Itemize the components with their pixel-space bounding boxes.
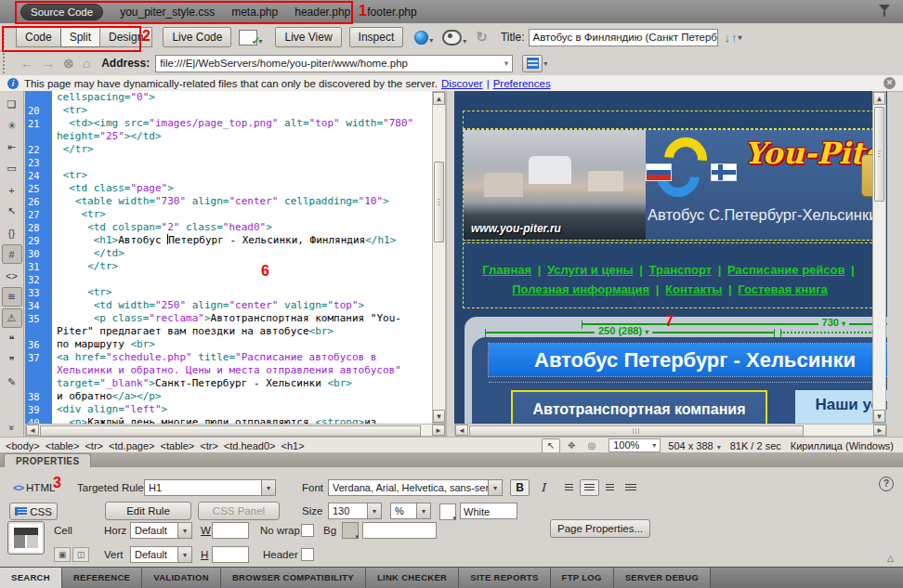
site-nav-link[interactable]: Услуги и цены bbox=[547, 263, 634, 277]
code-navigator-icon[interactable]: ✳ bbox=[2, 116, 22, 136]
format-source-icon[interactable]: ✎ bbox=[2, 372, 22, 392]
tag-selector-item[interactable]: <body> bbox=[6, 440, 40, 451]
cell-width-input[interactable] bbox=[212, 522, 249, 539]
split-cell-icon[interactable]: ◫ bbox=[72, 547, 89, 562]
cell-height-input[interactable] bbox=[212, 546, 249, 563]
html-mode-button[interactable]: <> HTML bbox=[13, 482, 55, 493]
bg-color-input[interactable] bbox=[362, 522, 437, 539]
file-management-icon[interactable]: ↓ ↑ ▾ bbox=[724, 31, 741, 45]
results-tab-ftp-log[interactable]: FTP LOG bbox=[551, 568, 614, 588]
design-scroll-thumb[interactable] bbox=[874, 107, 884, 202]
tag-selector-item[interactable]: <h1> bbox=[281, 440, 305, 451]
site-nav-link[interactable]: Полезная информация bbox=[512, 282, 649, 296]
stop-icon[interactable]: ⊗ bbox=[63, 56, 74, 71]
column-width-bar-250[interactable]: 250 (288) ▾ bbox=[485, 332, 775, 333]
css-mode-button[interactable]: CSS bbox=[9, 503, 58, 520]
results-tab-reference[interactable]: REFERENCE bbox=[62, 568, 142, 588]
tag-selector-item[interactable]: <table> bbox=[161, 440, 195, 451]
help-icon[interactable]: ? bbox=[879, 477, 894, 491]
site-page-title[interactable]: Автобус Петербург - Хельсинки bbox=[489, 344, 887, 376]
design-table-top-row[interactable] bbox=[463, 111, 879, 129]
preview-in-browser-icon[interactable]: ▾ bbox=[414, 31, 433, 45]
site-page-body[interactable]: 730 ▾ 250 (288) ▾ Авто bbox=[465, 317, 887, 424]
select-parent-tag-icon[interactable]: ↖ bbox=[2, 202, 22, 221]
no-wrap-checkbox[interactable] bbox=[301, 524, 314, 537]
scroll-left-icon[interactable]: ◄ bbox=[26, 425, 39, 436]
header-checkbox[interactable] bbox=[301, 548, 314, 561]
site-banner[interactable]: www.you-piter.ru You-Piter Автобус С.Пет… bbox=[463, 129, 879, 241]
tag-selector-item[interactable]: <table> bbox=[46, 440, 80, 451]
align-justify-button[interactable] bbox=[621, 479, 640, 496]
code-vertical-scrollbar[interactable]: ▲ ▼ bbox=[432, 91, 446, 424]
code-view-button[interactable]: Code bbox=[16, 27, 61, 47]
align-center-button[interactable] bbox=[580, 479, 599, 496]
related-file-tab[interactable]: meta.php bbox=[231, 6, 278, 19]
discover-link[interactable]: Discover bbox=[441, 78, 483, 89]
related-file-tab[interactable]: header.php bbox=[294, 6, 350, 19]
zoom-tool-icon[interactable]: ◎ bbox=[582, 438, 601, 453]
size-dropdown[interactable]: 130 ▾ bbox=[328, 503, 382, 519]
design-horizontal-scrollbar[interactable]: ◄ ► bbox=[454, 424, 887, 437]
properties-tab[interactable]: PROPERTIES bbox=[4, 453, 91, 468]
home-icon[interactable]: ⌂ bbox=[83, 56, 90, 71]
check-browser-compatibility-icon[interactable]: ✓ ▾ bbox=[239, 30, 262, 46]
results-tab-server-debug[interactable]: SERVER DEBUG bbox=[614, 568, 711, 588]
source-code-tab[interactable]: Source Code bbox=[20, 4, 103, 20]
live-view-button[interactable]: Live View bbox=[275, 27, 341, 47]
navbar-grip[interactable] bbox=[3, 53, 9, 73]
results-tab-browser-compatibility[interactable]: BROWSER COMPATIBILITY bbox=[221, 568, 366, 588]
syntax-error-alerts-icon[interactable]: ⚠ bbox=[2, 308, 22, 328]
address-input[interactable]: file:///E|/WebServers/home/you-piter/www… bbox=[155, 55, 513, 72]
filter-icon[interactable] bbox=[879, 5, 892, 18]
table-width-label-730[interactable]: 730 ▾ bbox=[818, 317, 849, 328]
results-tab-site-reports[interactable]: SITE REPORTS bbox=[459, 568, 550, 588]
text-color-swatch[interactable] bbox=[439, 503, 456, 520]
back-icon[interactable]: ← bbox=[20, 56, 33, 71]
visual-aids-icon[interactable]: ▾ bbox=[442, 30, 466, 46]
document-title-input[interactable]: Автобус в Финляндию (Санкт Петербург - Х… bbox=[529, 29, 718, 46]
open-documents-icon[interactable]: ❏ bbox=[2, 95, 22, 114]
balance-braces-icon[interactable]: {} bbox=[2, 223, 22, 242]
results-tab-validation[interactable]: VALIDATION bbox=[142, 568, 221, 588]
more-tools-icon[interactable]: » bbox=[7, 425, 17, 431]
css-panel-button[interactable]: CSS Panel bbox=[198, 502, 280, 520]
tag-selector-item[interactable]: <td.page> bbox=[109, 440, 155, 451]
column-width-bar-right[interactable] bbox=[780, 332, 873, 333]
hand-tool-icon[interactable]: ✥ bbox=[562, 438, 581, 453]
preferences-link[interactable]: Preferences bbox=[493, 78, 551, 89]
font-dropdown[interactable]: Verdana, Arial, Helvetica, sans-serif ▾ bbox=[328, 479, 503, 496]
tag-selector-item[interactable]: <tr> bbox=[85, 440, 103, 451]
scroll-up-icon[interactable]: ▲ bbox=[433, 92, 445, 105]
scroll-right-icon[interactable]: ► bbox=[873, 425, 886, 436]
site-nav-link[interactable]: Гостевая книга bbox=[738, 282, 828, 296]
bg-color-swatch[interactable] bbox=[342, 522, 359, 539]
related-file-tab[interactable]: you_piter_style.css bbox=[120, 6, 215, 19]
word-wrap-icon[interactable]: ≋ bbox=[2, 287, 22, 307]
window-size-control[interactable]: 504 x 388 ▾ bbox=[668, 440, 720, 451]
tag-selector-item[interactable]: <td.head0> bbox=[224, 440, 276, 451]
text-color-input[interactable]: White bbox=[460, 503, 517, 519]
forward-icon[interactable]: → bbox=[42, 56, 55, 71]
collapse-panel-icon[interactable]: △ bbox=[887, 554, 894, 563]
scroll-right-icon[interactable]: ► bbox=[432, 425, 445, 436]
page-properties-button[interactable]: Page Properties... bbox=[550, 519, 650, 538]
tag-selector-item[interactable]: <tr> bbox=[200, 440, 218, 451]
live-code-button[interactable]: Live Code bbox=[163, 27, 231, 47]
targeted-rule-dropdown[interactable]: H1 ▾ bbox=[144, 479, 276, 496]
apply-comment-icon[interactable]: ❝ bbox=[2, 330, 22, 349]
italic-button[interactable]: I bbox=[533, 479, 553, 496]
site-nav-link[interactable]: Главная bbox=[482, 263, 531, 277]
design-vertical-scrollbar[interactable]: ▲ ▼ bbox=[872, 91, 886, 424]
address-dropdown-icon[interactable]: ▾ bbox=[504, 56, 509, 72]
scroll-up-icon[interactable]: ▲ bbox=[873, 92, 885, 105]
edit-rule-button[interactable]: Edit Rule bbox=[105, 502, 191, 520]
site-nav-link[interactable]: Контакты bbox=[665, 282, 722, 296]
scroll-down-icon[interactable]: ▼ bbox=[873, 410, 885, 423]
design-view-button[interactable]: Design bbox=[99, 27, 152, 47]
results-tab-link-checker[interactable]: LINK CHECKER bbox=[366, 568, 459, 588]
related-file-tab[interactable]: footer.php bbox=[367, 6, 416, 19]
collapse-full-tag-icon[interactable]: ⇤ bbox=[2, 137, 22, 157]
reclama-box[interactable]: Автотранспортная компания "You-Piter" пр… bbox=[511, 390, 767, 424]
expand-all-icon[interactable]: + bbox=[2, 180, 22, 200]
column-width-label-250[interactable]: 250 (288) ▾ bbox=[595, 325, 652, 336]
